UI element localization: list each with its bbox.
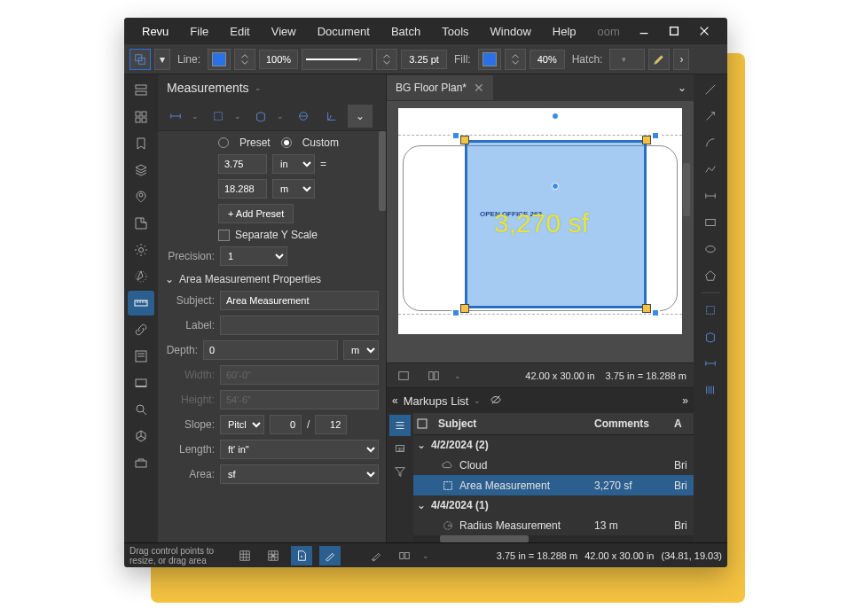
rail-toolbox-icon[interactable]	[128, 450, 154, 475]
menu-file[interactable]: File	[179, 25, 219, 38]
mp-col-a[interactable]: A	[674, 417, 694, 430]
area-props-header[interactable]: ⌄Area Measurement Properties	[165, 273, 379, 285]
slope-run-input[interactable]	[315, 415, 347, 434]
center-handle[interactable]	[552, 183, 559, 190]
sel-handle-tl[interactable]	[451, 131, 460, 140]
shape-tool-button[interactable]	[129, 49, 151, 70]
shape-arc-icon[interactable]	[698, 131, 723, 154]
mp-visibility-icon[interactable]	[490, 394, 502, 409]
split-vert-icon[interactable]	[424, 367, 443, 385]
diameter-tool-icon[interactable]	[291, 105, 316, 128]
mp-row-cloud[interactable]: Cloud Bri	[413, 455, 694, 475]
highlight-tool-button[interactable]	[648, 49, 670, 70]
panel-dropdown-icon[interactable]: ⌄	[255, 83, 265, 92]
shape-ellipse-icon[interactable]	[698, 238, 723, 261]
custom-radio[interactable]	[281, 137, 292, 148]
rotate-handle[interactable]	[552, 113, 559, 120]
rail-layers-icon[interactable]	[128, 158, 154, 183]
opacity-stepper[interactable]	[505, 49, 526, 70]
stroke-width-input[interactable]	[401, 50, 447, 69]
maximize-button[interactable]	[665, 22, 683, 40]
markups-dropdown[interactable]: ⌄	[474, 396, 484, 405]
canvas-scrollbar[interactable]	[683, 163, 690, 216]
area-tool-icon[interactable]	[206, 105, 231, 128]
subject-input[interactable]	[220, 291, 379, 310]
close-tab-button[interactable]: ✕	[474, 81, 484, 95]
area-unit-select[interactable]: sf	[220, 464, 379, 484]
mp-group-1[interactable]: ⌄4/2/2024 (2)	[413, 435, 694, 456]
menu-batch[interactable]: Batch	[381, 25, 431, 38]
length-tool-icon[interactable]	[163, 105, 188, 128]
measure-area-icon[interactable]	[698, 299, 723, 322]
scale-value-input[interactable]	[218, 154, 267, 174]
shape-line-icon[interactable]	[698, 78, 723, 101]
menu-help[interactable]: Help	[542, 25, 587, 38]
document-canvas[interactable]: OPEN OFFICE 26? 3,270 sf	[398, 108, 682, 334]
rail-device-icon[interactable]	[128, 370, 154, 395]
minimize-button[interactable]	[635, 22, 653, 40]
mp-expand-right-icon[interactable]: »	[682, 394, 688, 407]
rail-form-icon[interactable]	[128, 344, 154, 369]
scale-out-input[interactable]	[218, 179, 267, 199]
opacity-input[interactable]	[530, 50, 565, 69]
sb-markup-snap-icon[interactable]	[319, 546, 341, 565]
shape-polygon-icon[interactable]	[698, 264, 723, 287]
separate-y-checkbox[interactable]	[218, 230, 230, 241]
panel-scrollbar[interactable]	[379, 131, 386, 211]
mp-col-check-icon[interactable]	[413, 417, 431, 430]
menu-window[interactable]: Window	[480, 25, 542, 38]
sb-sync-icon[interactable]	[394, 546, 415, 565]
menu-document[interactable]: Document	[307, 25, 381, 38]
depth-unit-select[interactable]: m	[343, 340, 379, 360]
menu-revu[interactable]: Revu	[131, 25, 179, 38]
mp-col-comments[interactable]: Comments	[594, 417, 674, 430]
rail-spaces-icon[interactable]	[128, 211, 154, 236]
split-none-icon[interactable]	[394, 367, 413, 385]
slope-rise-input[interactable]	[270, 415, 302, 434]
toolbar-more[interactable]: ›	[673, 49, 689, 70]
rail-thumbnails-icon[interactable]	[128, 78, 154, 103]
mp-row-radius[interactable]: Radius Measurement 13 m Bri	[413, 516, 694, 536]
menu-edit[interactable]: Edit	[219, 25, 260, 38]
rail-links-icon[interactable]	[128, 317, 154, 342]
rail-measure-icon[interactable]	[128, 291, 154, 316]
shape-dropdown[interactable]: ▾	[154, 49, 170, 70]
mp-group-2[interactable]: ⌄4/4/2024 (1)	[413, 495, 694, 516]
volume-tool-icon[interactable]	[248, 105, 273, 128]
rail-location-icon[interactable]	[128, 184, 154, 209]
length-unit-select[interactable]: ft' in"	[220, 440, 379, 459]
fill-color-button[interactable]	[478, 49, 501, 70]
shape-dimension-icon[interactable]	[698, 184, 723, 207]
rail-search-icon[interactable]	[128, 397, 154, 422]
line-percent-input[interactable]	[259, 50, 298, 69]
mp-rail-3d-icon[interactable]: 3D	[389, 438, 411, 459]
line-style-select[interactable]: ▾	[302, 49, 373, 70]
mp-row-area[interactable]: Area Measurement 3,270 sf Bri	[413, 475, 694, 495]
depth-input[interactable]	[203, 340, 338, 360]
measure-volume-icon[interactable]	[698, 325, 723, 348]
shape-polyline-icon[interactable]	[698, 158, 723, 181]
rail-settings-icon[interactable]	[128, 238, 154, 262]
mp-rail-filter-icon[interactable]	[389, 461, 411, 482]
mp-rail-list-icon[interactable]	[389, 415, 411, 436]
mp-h-scrollbar[interactable]	[413, 535, 694, 542]
hatch-select[interactable]: ▾	[609, 49, 645, 70]
tab-collapse-icon[interactable]: ⌄	[671, 82, 694, 94]
menu-tools[interactable]: Tools	[431, 25, 479, 38]
document-tab[interactable]: BG Floor Plan* ✕	[387, 75, 493, 100]
sel-handle-bl[interactable]	[451, 308, 460, 317]
scale-unit-out-select[interactable]: m	[272, 179, 315, 199]
precision-select[interactable]: 1	[220, 246, 287, 266]
sb-content-snap-icon[interactable]	[291, 546, 312, 565]
sel-handle-br[interactable]	[651, 308, 660, 317]
preset-radio[interactable]	[218, 137, 229, 148]
measure-count-icon[interactable]	[698, 378, 723, 402]
rail-compass-icon[interactable]	[128, 264, 154, 289]
scale-unit-in-select[interactable]: in	[272, 154, 315, 174]
sb-snap-icon[interactable]	[263, 546, 284, 565]
rail-grid-icon[interactable]	[128, 105, 154, 129]
slope-unit-select[interactable]: Pitch	[220, 415, 264, 434]
close-button[interactable]	[695, 22, 713, 40]
sel-handle-tr[interactable]	[651, 131, 660, 140]
measure-length-icon[interactable]	[698, 352, 723, 375]
